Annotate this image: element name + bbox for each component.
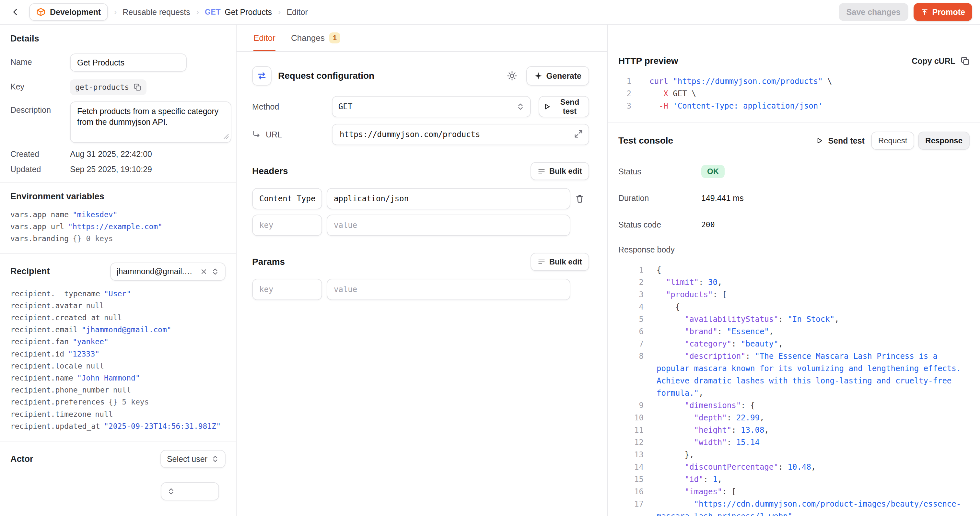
code-text: "width": 15.14 — [644, 436, 980, 449]
header-row — [252, 188, 589, 209]
param-value-input[interactable] — [327, 279, 570, 300]
breadcrumb-section[interactable]: Reusable requests — [123, 8, 190, 17]
chevrons-updown-icon — [167, 487, 175, 495]
variable-row: recipient.localenull — [10, 360, 226, 372]
resize-handle-icon[interactable] — [224, 134, 229, 139]
variable-row: recipient.updated_at"2025-09-23T14:56:31… — [10, 420, 226, 432]
line-number: 17 — [608, 498, 644, 516]
variable-name: recipient.name — [10, 372, 73, 384]
variable-row: recipient.name"John Hammond" — [10, 372, 226, 384]
updated-value: Sep 25 2025, 19:10:29 — [70, 165, 152, 174]
promote-button[interactable]: Promote — [913, 3, 972, 21]
updated-label: Updated — [10, 165, 70, 174]
line-number: 10 — [608, 412, 644, 424]
save-changes-button[interactable]: Save changes — [839, 3, 908, 21]
updated-row: Updated Sep 25 2025, 19:10:29 — [10, 165, 226, 174]
line-number: 5 — [608, 313, 644, 325]
header-key-input[interactable] — [252, 215, 322, 236]
recipient-select[interactable]: jhammond@gmail.com — [110, 263, 226, 281]
request-type-icon[interactable] — [252, 66, 272, 86]
params-bulk-edit-button[interactable]: Bulk edit — [530, 253, 589, 271]
method-label: Method — [252, 102, 332, 111]
method-select[interactable]: GET — [332, 96, 531, 117]
cut-off-select[interactable] — [161, 482, 219, 500]
environment-switcher[interactable]: Development — [29, 3, 108, 21]
breadcrumb-request-name[interactable]: Get Products — [224, 8, 272, 17]
line-number: 2 — [608, 88, 631, 100]
console-send-test-button[interactable]: Send test — [816, 136, 865, 145]
details-sidebar: Details Name Key get-products Descriptio… — [0, 25, 237, 516]
request-tab-button[interactable]: Request — [871, 132, 914, 150]
key-badge[interactable]: get-products — [70, 80, 146, 95]
actor-select[interactable]: Select user — [161, 450, 226, 468]
url-row: URL — [252, 124, 589, 145]
back-button[interactable] — [8, 4, 23, 20]
line-number: 3 — [608, 288, 644, 301]
response-tab-button[interactable]: Response — [918, 132, 970, 150]
trash-icon[interactable] — [575, 194, 584, 203]
variable-value: "yankee" — [73, 336, 108, 348]
duration-label: Duration — [618, 193, 701, 203]
code-line: 15 "id": 1, — [608, 473, 980, 486]
variable-value: "jhammond@gmail.com" — [82, 324, 172, 336]
variable-row: recipient.id"12333" — [10, 348, 226, 360]
headers-title: Headers — [252, 166, 288, 176]
expand-icon[interactable] — [574, 130, 583, 138]
line-number: 7 — [608, 338, 644, 350]
code-line: 16 "images": [ — [608, 486, 980, 498]
url-input[interactable] — [332, 124, 589, 145]
send-test-button[interactable]: Send test — [539, 96, 589, 117]
tab-changes[interactable]: Changes 1 — [291, 25, 340, 51]
variable-value: "https://example.com" — [68, 221, 162, 233]
divider — [0, 441, 236, 441]
http-preview-title: HTTP preview — [618, 56, 678, 66]
code-line: 3 "products": [ — [608, 288, 980, 301]
params-title: Params — [252, 257, 285, 267]
variable-value: null — [104, 312, 122, 324]
line-number: 12 — [608, 436, 644, 449]
line-number: 4 — [608, 301, 644, 313]
generate-button[interactable]: Generate — [526, 66, 589, 86]
variable-row[interactable]: ›vars.branding{} 0 keys — [10, 233, 226, 245]
chevrons-updown-icon — [211, 455, 219, 463]
variable-value: "User" — [104, 288, 131, 300]
copy-icon[interactable] — [134, 83, 141, 91]
line-number: 14 — [608, 461, 644, 473]
request-configuration-title: Request configuration — [278, 71, 374, 81]
variable-value: "2025-09-23T14:56:31.981Z" — [104, 420, 221, 432]
variable-row[interactable]: ›recipient.preferences{} 5 keys — [10, 396, 226, 408]
name-label: Name — [10, 54, 70, 72]
variable-row: recipient.email"jhammond@gmail.com" — [10, 324, 226, 336]
test-console-title: Test console — [618, 135, 673, 146]
chevron-right-icon: › — [278, 8, 281, 16]
line-number: 8 — [608, 350, 644, 399]
request-configuration-section: Request configuration Generate Method GE… — [237, 52, 607, 305]
test-console-header: Test console Send test Request Response — [608, 123, 980, 158]
variable-value: null — [86, 360, 104, 372]
tab-editor[interactable]: Editor — [253, 25, 275, 51]
code-text: { — [644, 301, 980, 313]
settings-gear-icon[interactable] — [507, 71, 517, 81]
code-line: 12 "width": 15.14 — [608, 436, 980, 449]
response-body-row: Response body — [608, 238, 980, 261]
headers-bulk-edit-button[interactable]: Bulk edit — [530, 162, 589, 180]
description-textarea[interactable] — [70, 102, 231, 143]
name-input[interactable] — [70, 54, 187, 72]
promote-icon — [921, 8, 929, 16]
variable-name: recipient.preferences — [10, 396, 105, 408]
variable-value: "John Hammond" — [77, 372, 140, 384]
code-line: 14 "discountPercentage": 10.48, — [608, 461, 980, 473]
description-field-row: Description — [10, 102, 226, 143]
code-text: "limit": 30, — [644, 276, 980, 288]
param-key-input[interactable] — [252, 279, 322, 300]
variable-name: recipient.fan — [10, 336, 69, 348]
clear-icon[interactable] — [200, 268, 207, 275]
header-value-input[interactable] — [327, 188, 570, 209]
header-row-empty — [252, 215, 589, 236]
duration-value: 149.441 ms — [701, 193, 744, 203]
header-key-input[interactable] — [252, 188, 322, 209]
header-value-input[interactable] — [327, 215, 570, 236]
copy-curl-button[interactable]: Copy cURL — [912, 56, 970, 66]
method-value: GET — [338, 102, 352, 111]
code-text: "brand": "Essence", — [644, 325, 980, 338]
